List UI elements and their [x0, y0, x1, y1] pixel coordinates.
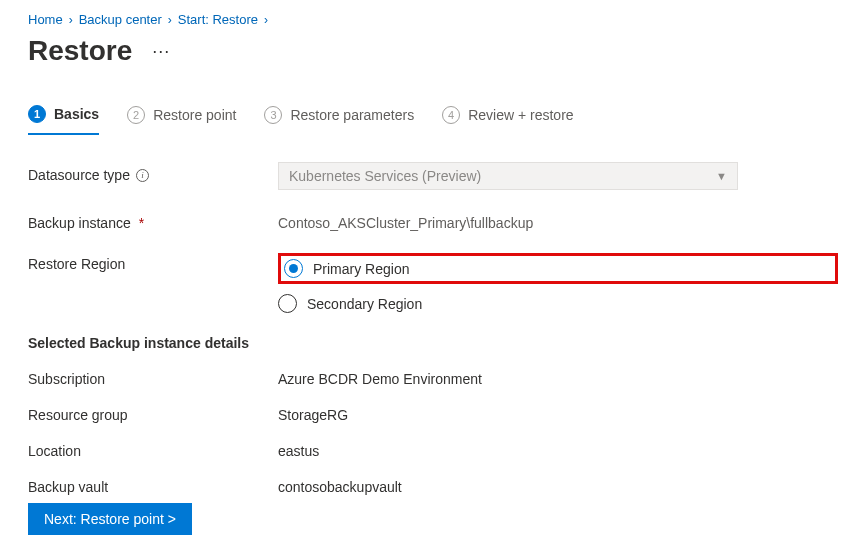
backup-vault-value: contosobackupvault: [278, 479, 402, 495]
info-icon[interactable]: i: [136, 169, 149, 182]
tab-restore-point[interactable]: 2 Restore point: [127, 105, 236, 135]
datasource-type-label: Datasource type i: [28, 162, 278, 183]
radio-secondary-region[interactable]: Secondary Region: [278, 294, 838, 313]
radio-button-icon: [284, 259, 303, 278]
datasource-type-select: Kubernetes Services (Preview) ▼: [278, 162, 738, 190]
tab-basics[interactable]: 1 Basics: [28, 105, 99, 135]
wizard-steps: 1 Basics 2 Restore point 3 Restore param…: [28, 105, 838, 136]
tab-restore-parameters[interactable]: 3 Restore parameters: [264, 105, 414, 135]
backup-instance-value: Contoso_AKSCluster_Primary\fullbackup: [278, 210, 838, 231]
highlight-annotation: Primary Region: [278, 253, 838, 284]
selected-instance-details-heading: Selected Backup instance details: [28, 335, 838, 351]
restore-region-radio-group: Primary Region Secondary Region: [278, 251, 838, 313]
location-value: eastus: [278, 443, 319, 459]
tab-review-restore[interactable]: 4 Review + restore: [442, 105, 573, 135]
breadcrumb-start-restore[interactable]: Start: Restore: [178, 12, 258, 27]
subscription-value: Azure BCDR Demo Environment: [278, 371, 482, 387]
more-actions-button[interactable]: ···: [152, 41, 170, 62]
step-number-icon: 3: [264, 106, 282, 124]
restore-region-label: Restore Region: [28, 251, 278, 272]
next-restore-point-button[interactable]: Next: Restore point >: [28, 503, 192, 535]
subscription-label: Subscription: [28, 371, 278, 387]
backup-instance-label: Backup instance*: [28, 210, 278, 231]
step-number-icon: 2: [127, 106, 145, 124]
resource-group-label: Resource group: [28, 407, 278, 423]
chevron-right-icon: ›: [69, 13, 73, 27]
radio-label: Secondary Region: [307, 296, 422, 312]
step-number-icon: 4: [442, 106, 460, 124]
breadcrumb-backup-center[interactable]: Backup center: [79, 12, 162, 27]
breadcrumb-home[interactable]: Home: [28, 12, 63, 27]
page-title: Restore: [28, 35, 132, 67]
location-label: Location: [28, 443, 278, 459]
tab-label: Basics: [54, 106, 99, 122]
radio-primary-region[interactable]: Primary Region: [284, 259, 409, 278]
chevron-right-icon: ›: [264, 13, 268, 27]
radio-label: Primary Region: [313, 261, 409, 277]
tab-label: Restore parameters: [290, 107, 414, 123]
chevron-down-icon: ▼: [716, 170, 727, 182]
breadcrumb: Home › Backup center › Start: Restore ›: [28, 10, 838, 27]
resource-group-value: StorageRG: [278, 407, 348, 423]
tab-label: Review + restore: [468, 107, 573, 123]
backup-vault-label: Backup vault: [28, 479, 278, 495]
step-number-icon: 1: [28, 105, 46, 123]
chevron-right-icon: ›: [168, 13, 172, 27]
select-value: Kubernetes Services (Preview): [289, 168, 481, 184]
tab-label: Restore point: [153, 107, 236, 123]
radio-button-icon: [278, 294, 297, 313]
